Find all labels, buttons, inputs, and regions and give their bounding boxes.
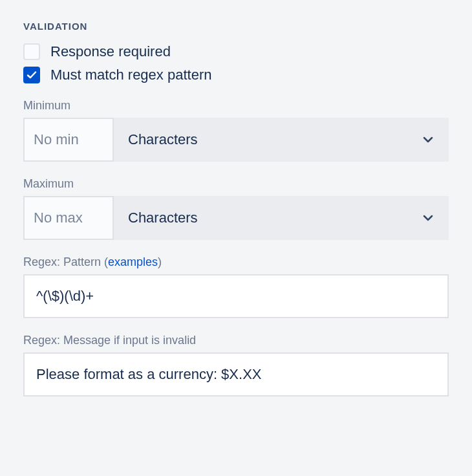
checkbox-row-must-match-regex: Must match regex pattern (23, 67, 449, 83)
regex-pattern-label-suffix: ) (158, 255, 162, 268)
regex-message-group: Regex: Message if input is invalid (23, 334, 449, 396)
minimum-group: Minimum Characters (23, 99, 449, 162)
must-match-regex-checkbox[interactable] (23, 67, 40, 83)
regex-pattern-input[interactable] (23, 274, 449, 318)
regex-pattern-label-prefix: Regex: Pattern ( (23, 255, 108, 268)
maximum-unit-select[interactable]: Characters (114, 196, 449, 240)
maximum-label: Maximum (23, 177, 449, 191)
regex-message-input[interactable] (23, 352, 449, 396)
minimum-unit-value: Characters (128, 131, 198, 148)
check-icon (27, 70, 37, 80)
maximum-group: Maximum Characters (23, 177, 449, 240)
section-title: VALIDATION (23, 21, 449, 32)
examples-link[interactable]: examples (108, 255, 158, 268)
chevron-down-icon (422, 133, 434, 146)
maximum-input[interactable] (23, 196, 114, 240)
chevron-down-icon (422, 211, 434, 224)
minimum-input[interactable] (23, 118, 114, 162)
must-match-regex-label: Must match regex pattern (50, 67, 211, 83)
regex-pattern-group: Regex: Pattern (examples) (23, 255, 449, 318)
response-required-checkbox[interactable] (23, 43, 40, 60)
response-required-label: Response required (50, 43, 171, 60)
regex-pattern-label: Regex: Pattern (examples) (23, 255, 449, 269)
checkbox-row-response-required: Response required (23, 43, 449, 60)
minimum-unit-select[interactable]: Characters (114, 118, 449, 162)
minimum-label: Minimum (23, 99, 449, 113)
maximum-unit-value: Characters (128, 210, 198, 226)
regex-message-label: Regex: Message if input is invalid (23, 334, 449, 347)
